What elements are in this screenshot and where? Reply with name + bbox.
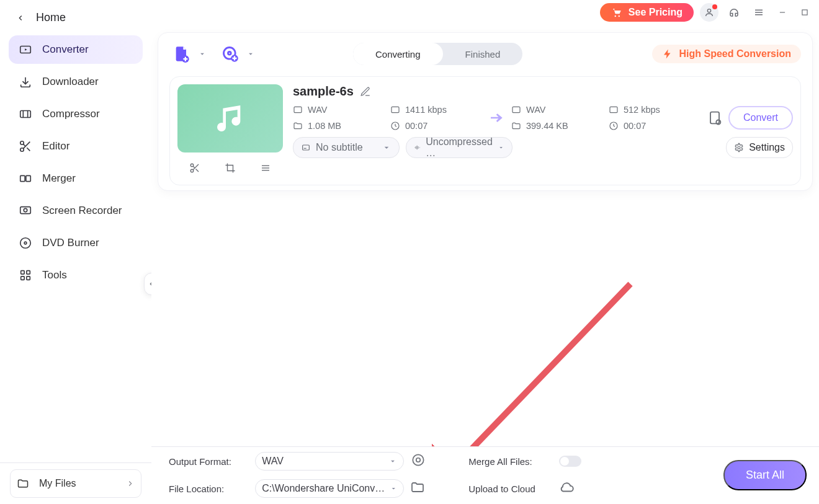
see-pricing-label: See Pricing: [629, 7, 682, 18]
grid-icon: [19, 268, 32, 282]
high-speed-conversion-chip[interactable]: High Speed Conversion: [652, 45, 801, 63]
start-all-label: Start All: [746, 469, 784, 481]
scissors-icon: [189, 162, 200, 174]
cloud-upload-button[interactable]: [559, 479, 586, 498]
folder-icon: [410, 480, 425, 495]
image-icon: [293, 105, 303, 115]
trim-button[interactable]: [186, 161, 204, 175]
start-all-button[interactable]: Start All: [723, 460, 807, 490]
sidebar-item-converter[interactable]: Converter: [9, 35, 143, 64]
clipboard-gear-icon: [706, 109, 723, 126]
file-plus-icon: [173, 45, 190, 63]
effects-button[interactable]: [257, 161, 274, 175]
file-location-label: File Location:: [169, 484, 249, 494]
sidebar-item-label: DVD Burner: [42, 237, 99, 249]
status-tabs: Converting Finished: [353, 43, 522, 65]
svg-point-3: [20, 141, 24, 145]
footer-bar: Output Format: WAV Merge All Files: File…: [151, 446, 819, 504]
my-files-button[interactable]: My Files: [10, 469, 141, 498]
svg-point-8: [24, 208, 27, 212]
source-format: WAV: [293, 105, 385, 115]
see-pricing-button[interactable]: See Pricing: [600, 3, 694, 22]
cloud-icon: [559, 479, 575, 495]
file-details: sample-6s WAV 1.08 MB 1411 kbps 00:07: [293, 84, 793, 177]
image-icon: [511, 105, 521, 115]
svg-rect-6: [26, 175, 30, 181]
svg-point-44: [413, 454, 424, 465]
chevron-left-icon: [16, 14, 25, 22]
sidebar: Home Converter Downloader Compressor Edi…: [0, 0, 151, 504]
edit-icon[interactable]: [360, 86, 371, 97]
subtitle-select[interactable]: No subtitle: [293, 137, 400, 158]
sidebar-item-label: Downloader: [42, 76, 99, 88]
convert-button[interactable]: Convert: [728, 106, 793, 130]
file-row: sample-6s WAV 1.08 MB 1411 kbps 00:07: [169, 76, 801, 185]
tab-finished[interactable]: Finished: [443, 43, 523, 65]
sidebar-item-editor[interactable]: Editor: [9, 132, 143, 161]
crop-button[interactable]: [222, 161, 239, 175]
sidebar-item-label: Tools: [42, 269, 67, 281]
account-button[interactable]: [700, 3, 718, 22]
settings-button[interactable]: Settings: [726, 137, 793, 158]
headset-icon: [728, 7, 740, 18]
chevron-down-icon: [498, 143, 504, 153]
svg-rect-38: [710, 112, 719, 124]
topbar: See Pricing: [151, 0, 819, 25]
sidebar-item-label: Compressor: [42, 108, 100, 120]
menu-button[interactable]: [750, 3, 768, 22]
sidebar-item-compressor[interactable]: Compressor: [9, 100, 143, 128]
svg-rect-11: [21, 271, 25, 275]
source-size: 1.08 MB: [293, 121, 385, 131]
open-folder-button[interactable]: [410, 480, 431, 497]
svg-rect-33: [392, 107, 399, 112]
clock-icon: [609, 121, 619, 131]
card-toolbar: Converting Finished High Speed Conversio…: [169, 42, 801, 66]
svg-point-42: [738, 146, 740, 149]
folder-icon: [17, 477, 29, 490]
sidebar-item-tools[interactable]: Tools: [9, 261, 143, 290]
crop-icon: [225, 162, 236, 174]
sidebar-item-downloader[interactable]: Downloader: [9, 68, 143, 96]
svg-rect-22: [802, 10, 807, 15]
chevron-down-icon: [382, 143, 392, 153]
file-location-value: C:\Wondershare UniConverter 1: [262, 483, 389, 494]
svg-point-25: [228, 52, 231, 55]
file-thumbnail[interactable]: [177, 84, 283, 153]
folder-icon: [293, 121, 303, 131]
chevron-down-icon[interactable]: [198, 50, 207, 58]
sidebar-item-merger[interactable]: Merger: [9, 164, 143, 193]
target-col-1: WAV 399.44 KB: [511, 105, 604, 131]
sidebar-item-screen-recorder[interactable]: Screen Recorder: [9, 197, 143, 225]
svg-point-16: [618, 15, 619, 17]
home-link[interactable]: Home: [0, 0, 151, 30]
clip-settings-cell[interactable]: [706, 109, 723, 126]
chevron-down-icon[interactable]: [246, 50, 255, 58]
tab-converting[interactable]: Converting: [353, 43, 443, 65]
window-minimize-button[interactable]: [774, 4, 790, 20]
window-maximize-button[interactable]: [797, 4, 813, 20]
merge-toggle[interactable]: [559, 456, 581, 467]
scissors-icon: [19, 139, 32, 153]
sidebar-item-label: Merger: [42, 172, 76, 185]
sidebar-item-dvd-burner[interactable]: DVD Burner: [9, 229, 143, 257]
converter-card: Converting Finished High Speed Conversio…: [158, 32, 813, 191]
output-format-select[interactable]: WAV: [255, 452, 404, 471]
target-duration: 00:07: [609, 121, 701, 131]
output-format-value: WAV: [262, 456, 284, 467]
cart-icon: [611, 7, 622, 18]
svg-point-17: [707, 9, 710, 12]
add-disc-button[interactable]: [218, 42, 243, 66]
format-settings-button[interactable]: [410, 452, 431, 471]
gear-icon: [734, 143, 744, 153]
subtitle-label: No subtitle: [316, 142, 363, 153]
file-location-select[interactable]: C:\Wondershare UniConverter 1: [255, 479, 404, 498]
svg-point-15: [614, 15, 615, 17]
add-video-button[interactable]: [169, 42, 194, 66]
compress-icon: [19, 107, 32, 121]
target-format: WAV: [511, 105, 604, 115]
support-button[interactable]: [725, 3, 743, 22]
audio-select[interactable]: Uncompressed …: [406, 137, 512, 158]
waveform-icon: [414, 143, 421, 153]
gauge-icon: [390, 105, 400, 115]
svg-rect-14: [27, 276, 30, 280]
